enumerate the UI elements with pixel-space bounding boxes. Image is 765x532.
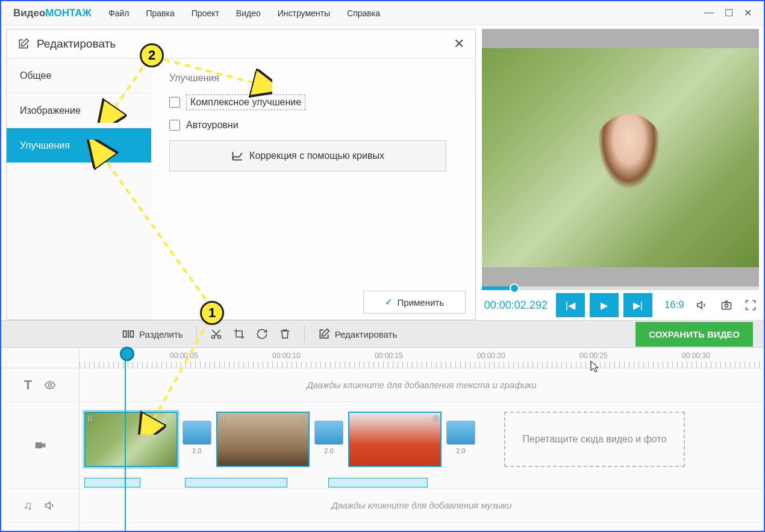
menu-file[interactable]: Файл [108, 8, 129, 18]
snapshot-icon[interactable] [720, 299, 732, 311]
svg-line-9 [104, 158, 212, 308]
letterbox-bottom [482, 267, 759, 286]
track-label-text: T [1, 368, 79, 402]
menu-help[interactable]: Справка [347, 8, 380, 18]
seek-progress [482, 286, 510, 290]
crop-icon[interactable] [233, 328, 245, 340]
menu-edit[interactable]: Правка [146, 8, 174, 18]
menu-tools[interactable]: Инструменты [278, 8, 330, 18]
ruler-tick: 00:00:20 [477, 351, 505, 360]
minimize-icon[interactable]: — [704, 7, 714, 19]
rotate-icon[interactable] [256, 328, 268, 340]
prev-button[interactable]: |◀ [556, 293, 585, 317]
video-clip-2[interactable]: |||||| [216, 412, 310, 467]
track-label-video [1, 402, 79, 489]
menu-project[interactable]: Проект [192, 8, 219, 18]
edit-clip-button[interactable]: Редактировать [318, 328, 398, 340]
video-track-icon[interactable] [34, 439, 46, 451]
curves-icon [231, 150, 243, 162]
window-controls: — ☐ ✕ [704, 7, 752, 19]
svg-line-12 [164, 60, 257, 84]
video-clip-3[interactable]: ||| [348, 412, 442, 467]
app-logo: ВидеоМОНТАЖ [13, 7, 92, 19]
music-track-hint: Дважды кликните для добавления музыки [331, 500, 511, 510]
delete-icon[interactable] [279, 328, 291, 340]
svg-rect-8 [35, 442, 42, 448]
annotation-badge-2: 2 [140, 43, 164, 67]
annotation-arrow-2 [92, 51, 272, 123]
annotation-badge-1: 1 [200, 301, 224, 325]
apply-button[interactable]: ✓ Применить [363, 291, 466, 314]
track-labels: T ♫ [1, 348, 80, 532]
menubar: ВидеоМОНТАЖ Файл Правка Проект Видео Инс… [1, 1, 764, 25]
pencil-icon [318, 328, 330, 340]
play-button[interactable]: ▶ [590, 293, 619, 317]
ruler-tick: 00:00:10 [272, 351, 301, 360]
maximize-icon[interactable]: ☐ [725, 7, 733, 19]
svg-rect-0 [722, 303, 731, 309]
aspect-ratio[interactable]: 16:9 [664, 299, 684, 311]
ruler-tick: 00:00:15 [375, 351, 403, 360]
music-track[interactable]: Дважды кликните для добавления музыки [80, 489, 764, 522]
video-frame [482, 48, 759, 267]
preview-area: 00:00:02.292 |◀ ▶ ▶| 16:9 [482, 29, 759, 320]
save-video-button[interactable]: СОХРАНИТЬ ВИДЕО [635, 322, 753, 347]
timecode: 00:00:02.292 [484, 299, 548, 312]
cursor-icon [589, 360, 601, 374]
letterbox-top [482, 29, 759, 48]
fullscreen-icon[interactable] [745, 299, 757, 311]
annotation-arrow-1 [86, 140, 224, 435]
panel-title: Редактировать [37, 37, 116, 51]
preview-video[interactable] [482, 29, 759, 286]
svg-line-11 [113, 67, 143, 111]
svg-line-10 [152, 320, 209, 422]
text-track-hint: Дважды кликните для добавления текста и … [307, 380, 536, 390]
menu-video[interactable]: Видео [236, 8, 261, 18]
close-window-icon[interactable]: ✕ [744, 7, 752, 19]
svg-point-1 [725, 304, 728, 307]
panel-close-icon[interactable]: ✕ [454, 36, 464, 52]
video-dropzone[interactable]: Перетащите сюда видео и фото [504, 412, 685, 467]
seek-bar[interactable] [482, 286, 759, 290]
volume-icon[interactable] [696, 299, 708, 311]
seek-handle[interactable] [510, 283, 519, 293]
check-icon: ✓ [385, 297, 393, 308]
transition-3[interactable]: 2.0 [445, 421, 476, 458]
preview-controls: 00:00:02.292 |◀ ▶ ▶| 16:9 [482, 290, 759, 320]
next-button[interactable]: ▶| [623, 293, 652, 317]
transition-2[interactable]: 2.0 [313, 421, 345, 458]
text-track-icon[interactable]: T [24, 377, 32, 393]
audio-volume-icon[interactable] [45, 500, 57, 512]
ruler-tick: 00:00:25 [579, 351, 608, 360]
visibility-icon[interactable] [44, 379, 56, 391]
clip-audio-track[interactable] [80, 477, 764, 489]
svg-point-7 [49, 383, 52, 386]
track-label-music: ♫ [1, 489, 79, 522]
edit-icon [17, 38, 30, 50]
music-track-icon[interactable]: ♫ [23, 498, 33, 512]
ruler-tick: 00:00:30 [682, 351, 710, 360]
